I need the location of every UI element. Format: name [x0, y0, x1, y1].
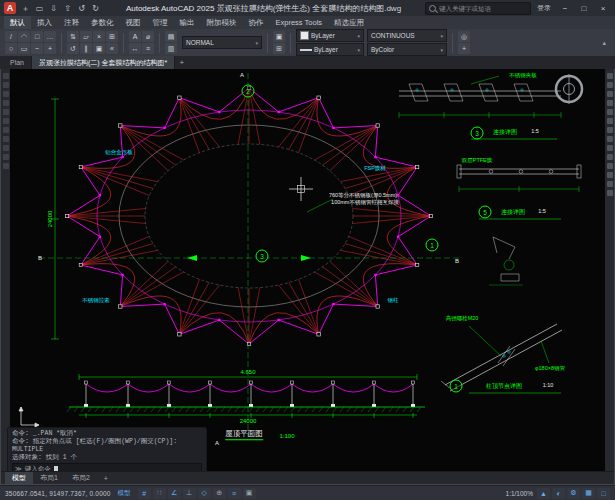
- modify-tool-icon[interactable]: ⊞: [106, 31, 118, 42]
- draw-tool-icon[interactable]: …: [44, 31, 56, 42]
- toolbar-button-icon[interactable]: [3, 100, 9, 106]
- ribbon-tab-注释[interactable]: 注释: [58, 16, 85, 29]
- status-tool-icon[interactable]: ◐: [552, 488, 565, 499]
- layout2-tab[interactable]: 布局2: [65, 472, 97, 484]
- status-tool-icon[interactable]: ▦: [582, 488, 595, 499]
- toolbar-button-icon[interactable]: [3, 91, 9, 97]
- toolbar-button-icon[interactable]: [607, 190, 613, 196]
- drawing-canvas[interactable]: [1, 69, 615, 475]
- toolbar-button-icon[interactable]: [607, 91, 613, 97]
- quick-access-icon[interactable]: ↺: [75, 2, 88, 15]
- quick-access-icon[interactable]: ▭: [33, 2, 46, 15]
- lineweight-dropdown[interactable]: ByLayer ▾: [296, 43, 364, 56]
- toolbar-button-icon[interactable]: [3, 163, 9, 169]
- draw-tool-icon[interactable]: /: [5, 31, 17, 42]
- modify-tool-icon[interactable]: «: [106, 43, 118, 54]
- color-dropdown[interactable]: ByLayer ▾: [296, 29, 364, 42]
- annotation-tool-icon[interactable]: ≡: [142, 43, 154, 54]
- modify-tool-icon[interactable]: ↺: [67, 43, 79, 54]
- ribbon-tab-管理[interactable]: 管理: [147, 16, 174, 29]
- status-tool-icon[interactable]: ⚙: [567, 488, 580, 499]
- modify-tool-icon[interactable]: ▱: [80, 31, 92, 42]
- toolbar-button-icon[interactable]: [607, 109, 613, 115]
- toolbar-button-icon[interactable]: [607, 163, 613, 169]
- block-tool-icon[interactable]: ▣: [273, 31, 285, 42]
- layout1-tab[interactable]: 布局1: [33, 472, 65, 484]
- toolbar-button-icon[interactable]: [607, 136, 613, 142]
- toolbar-button-icon[interactable]: [607, 73, 613, 79]
- modify-tool-icon[interactable]: ⇅: [67, 31, 79, 42]
- ribbon-tab-视图[interactable]: 视图: [120, 16, 147, 29]
- utility-tool-icon[interactable]: +: [458, 43, 470, 54]
- toolbar-button-icon[interactable]: [607, 100, 613, 106]
- annotation-tool-icon[interactable]: ↔: [129, 43, 141, 54]
- modify-tool-icon[interactable]: ×: [93, 31, 105, 42]
- quick-access-icon[interactable]: ⇪: [61, 2, 74, 15]
- toolbar-button-icon[interactable]: [607, 181, 613, 187]
- ribbon-tab-Express Tools[interactable]: Express Tools: [270, 16, 329, 29]
- minimize-button[interactable]: −: [557, 1, 573, 15]
- status-tool-icon[interactable]: ▲: [537, 488, 550, 499]
- draw-tool-icon[interactable]: ◠: [18, 31, 30, 42]
- layer-dropdown[interactable]: NORMAL ▾: [182, 36, 262, 49]
- layer-tool-icon[interactable]: ▤: [165, 31, 177, 42]
- toolbar-button-icon[interactable]: [3, 82, 9, 88]
- status-toggle-icon[interactable]: ▣: [243, 488, 256, 499]
- search-box[interactable]: [425, 2, 531, 15]
- autocad-logo-icon[interactable]: A: [4, 2, 16, 14]
- ribbon-tab-附加模块[interactable]: 附加模块: [201, 16, 243, 29]
- status-toggle-icon[interactable]: ⊕: [213, 488, 226, 499]
- toolbar-button-icon[interactable]: [607, 82, 613, 88]
- draw-tool-icon[interactable]: +: [44, 43, 56, 54]
- annotation-tool-icon[interactable]: ⌀: [142, 31, 154, 42]
- ribbon-tab-参数化[interactable]: 参数化: [85, 16, 120, 29]
- model-tab[interactable]: 模型: [5, 472, 33, 484]
- toolbar-button-icon[interactable]: [607, 172, 613, 178]
- annotation-scale[interactable]: 1:1/100%: [506, 490, 533, 497]
- utility-tool-icon[interactable]: ◎: [458, 31, 470, 42]
- model-space-button[interactable]: 模型: [115, 489, 134, 498]
- toolbar-button-icon[interactable]: [607, 154, 613, 160]
- draw-tool-icon[interactable]: ○: [5, 43, 17, 54]
- draw-tool-icon[interactable]: ~: [31, 43, 43, 54]
- status-toggle-icon[interactable]: ◇: [198, 488, 211, 499]
- add-layout-button[interactable]: +: [97, 472, 115, 484]
- quick-access-icon[interactable]: ↻: [89, 2, 102, 15]
- linetype-dropdown[interactable]: CONTINUOUS ▾: [367, 29, 447, 42]
- toolbar-button-icon[interactable]: [607, 127, 613, 133]
- search-input[interactable]: [439, 5, 527, 12]
- new-drawing-tab-button[interactable]: +: [175, 56, 188, 69]
- plotstyle-dropdown[interactable]: ByColor ▾: [367, 43, 447, 56]
- toolbar-button-icon[interactable]: [607, 145, 613, 151]
- status-toggle-icon[interactable]: ⊥: [183, 488, 196, 499]
- ribbon-collapse-button[interactable]: ▴: [598, 39, 610, 47]
- ribbon-tab-默认[interactable]: 默认: [4, 16, 31, 29]
- ribbon-tab-精选应用[interactable]: 精选应用: [328, 16, 370, 29]
- layer-tool-icon[interactable]: ▥: [165, 43, 177, 54]
- quick-access-icon[interactable]: ＋: [19, 2, 32, 15]
- toolbar-button-icon[interactable]: [607, 118, 613, 124]
- toolbar-button-icon[interactable]: [3, 136, 9, 142]
- status-toggle-icon[interactable]: ∠: [168, 488, 181, 499]
- status-toggle-icon[interactable]: ≡: [228, 488, 241, 499]
- block-tool-icon[interactable]: ⊞: [273, 43, 285, 54]
- close-button[interactable]: ×: [595, 1, 611, 15]
- quick-access-icon[interactable]: ⇩: [47, 2, 60, 15]
- toolbar-button-icon[interactable]: [3, 127, 9, 133]
- toolbar-button-icon[interactable]: [3, 145, 9, 151]
- draw-tool-icon[interactable]: ▭: [18, 43, 30, 54]
- toolbar-button-icon[interactable]: [3, 109, 9, 115]
- ribbon-tab-协作[interactable]: 协作: [243, 16, 270, 29]
- modify-tool-icon[interactable]: ▣: [93, 43, 105, 54]
- modify-tool-icon[interactable]: ∥: [80, 43, 92, 54]
- draw-tool-icon[interactable]: □: [31, 31, 43, 42]
- maximize-button[interactable]: □: [576, 1, 592, 15]
- toolbar-button-icon[interactable]: [3, 154, 9, 160]
- status-toggle-icon[interactable]: ∷: [153, 488, 166, 499]
- status-tool-icon[interactable]: □: [597, 488, 610, 499]
- toolbar-button-icon[interactable]: [3, 73, 9, 79]
- file-tab-plan[interactable]: Plan: [3, 56, 32, 69]
- status-toggle-icon[interactable]: #: [138, 488, 151, 499]
- ribbon-tab-输出[interactable]: 输出: [174, 16, 201, 29]
- ribbon-tab-插入[interactable]: 插入: [31, 16, 58, 29]
